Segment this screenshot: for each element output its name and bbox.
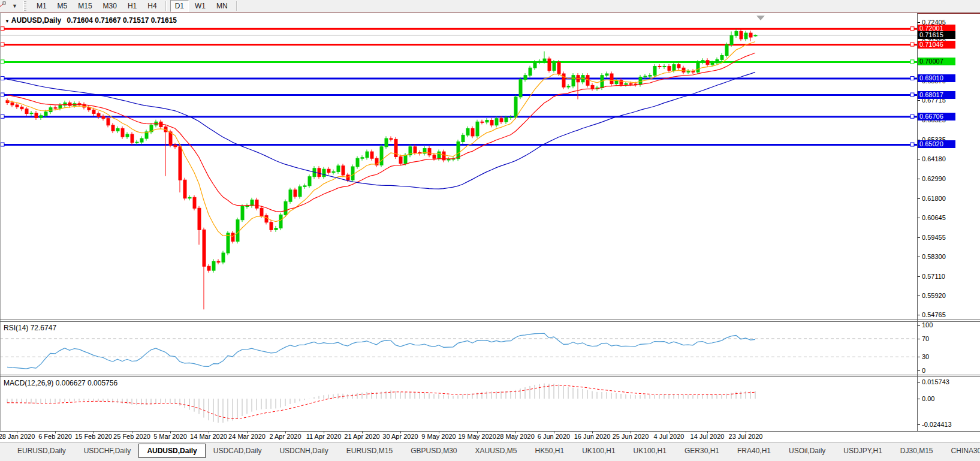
timeframe-button-d1[interactable]: D1 [170,0,189,12]
panel-separator [0,321,980,322]
timeframe-button-m30[interactable]: M30 [98,0,122,12]
tab-uk100-h1[interactable]: UK100,H1 [574,445,623,457]
timeframe-button-w1[interactable]: W1 [190,0,210,12]
price-line-tag[interactable]: 0.70007 [918,58,955,65]
tab-uk100-h1[interactable]: UK100,H1 [626,445,674,457]
hline-left-handle[interactable] [1,115,4,118]
price-line-tag[interactable]: 0.68017 [918,91,955,99]
collapse-icon[interactable]: ▼ [5,19,10,24]
tab-usdcnh-daily[interactable]: USDCNH,Daily [272,445,336,457]
price-axis-tick [918,296,920,296]
tab-audusd-daily[interactable]: AUDUSD,Daily [138,444,205,458]
tab-usdjpy-h1[interactable]: USDJPY,H1 [836,445,889,457]
hline-right-handle[interactable] [910,93,914,97]
tab-china300-h4[interactable]: CHINA300,H4 [943,445,980,457]
chart-tab-bar: EURUSD,DailyUSDCHF,DailyAUDUSD,DailyUSDC… [0,442,980,461]
macd-axis-tick-label: 0.015743 [922,378,949,385]
chart-ohlc-values: 0.71604 0.71667 0.71517 0.71615 [67,16,177,25]
hline-left-handle[interactable] [1,43,4,46]
macd-axis-tick [918,399,920,399]
main-chart-canvas[interactable] [0,13,917,320]
scroll-to-end-marker[interactable] [756,16,765,20]
hline-right-handle[interactable] [910,77,914,80]
price-axis-tick [918,257,920,257]
price-line-tag[interactable]: 0.71046 [918,41,955,49]
timeframe-button-h1[interactable]: H1 [123,0,141,12]
timeframe-button-m1[interactable]: M1 [32,0,52,12]
tab-xauusd-m5[interactable]: XAUUSD,M5 [467,445,524,457]
tab-usdcad-daily[interactable]: USDCAD,Daily [206,445,270,457]
hline-right-handle[interactable] [910,115,914,118]
macd-axis-tick [918,382,920,382]
price-axis-tick-label: 0.59455 [922,234,946,241]
tab-eurusd-m15[interactable]: EURUSD,M15 [339,445,400,457]
rsi-axis-tick [918,370,920,371]
timeframe-toolbar: M1M5M15M30H1H4D1W1MN [31,0,240,13]
rsi-axis-tick-label: 100 [922,321,933,329]
chart-title: ▼ AUDUSD,Daily 0.71604 0.71667 0.71517 0… [5,16,177,25]
timeframe-button-m15[interactable]: M15 [73,0,97,12]
price-axis-tick [918,198,920,199]
rsi-axis-tick-label: 0 [922,367,925,374]
toolbar-separator [165,1,167,11]
hline-right-handle[interactable] [910,60,914,64]
hline-left-handle[interactable] [1,93,4,97]
hline-left-handle[interactable] [1,27,4,31]
macd-signal-line [7,385,755,418]
rsi-axis-tick-label: 30 [922,353,929,360]
price-axis-tick-label: 0.64180 [922,155,946,162]
price-axis-tick [918,315,920,315]
timeframe-button-mn[interactable]: MN [212,0,233,12]
tab-hk50-h1[interactable]: HK50,H1 [527,445,572,457]
ma-fast-line [7,42,755,237]
macd-histogram [7,384,755,423]
hline-right-handle[interactable] [910,43,914,46]
panel-separator [0,376,980,377]
tab-fra40-h1[interactable]: FRA40,H1 [729,445,779,457]
rsi-panel-canvas[interactable] [0,321,917,375]
macd-axis-tick-label: -0.024413 [922,421,952,428]
price-line-tag[interactable]: 0.65020 [918,140,955,148]
chart-tools-icon[interactable] [0,1,11,11]
price-axis-tick [918,159,920,159]
panel-separator [0,375,980,375]
tab-ger30-h1[interactable]: GER30,H1 [677,445,727,457]
hline-right-handle[interactable] [910,27,914,31]
hline-left-handle[interactable] [1,60,4,64]
price-axis-tick [918,100,920,101]
macd-indicator-label: MACD(12,26,9) 0.006627 0.005756 [4,379,117,387]
tab-eurusd-daily[interactable]: EURUSD,Daily [10,445,74,457]
tab-usdchf-daily[interactable]: USDCHF,Daily [76,445,139,457]
rsi-axis-tick-label: 70 [922,335,929,342]
price-axis-tick-label: 0.62990 [922,175,946,182]
rsi-axis-tick [918,325,920,326]
price-axis-tick-label: 0.58300 [922,253,946,260]
price-line-tag[interactable]: 0.69010 [918,74,955,82]
rsi-axis-tick [918,357,920,357]
price-axis-tick-label: 0.54765 [922,311,946,318]
price-axis-tick [918,22,920,23]
timeframe-button-m5[interactable]: M5 [53,0,73,12]
current-price-tag: 0.71615 [918,31,955,39]
tab-gbpusd-m30[interactable]: GBPUSD,M30 [403,445,465,457]
tab-dj30-m15[interactable]: DJ30,M15 [892,445,941,457]
hline-left-handle[interactable] [1,77,4,80]
price-line-tag[interactable]: 0.66706 [918,113,955,120]
price-axis-tick [918,276,920,277]
toolbar-separator [236,1,237,11]
panel-separator [0,431,980,432]
tab-usoil-daily[interactable]: USOil,Daily [781,445,833,457]
price-axis-tick-label: 0.61800 [922,195,946,202]
panel-separator [0,320,980,320]
chart-symbol-period: AUDUSD,Daily [11,16,61,25]
hline-right-handle[interactable] [910,143,914,146]
dropdown-arrow-icon[interactable]: ▼ [12,3,17,9]
macd-panel-canvas[interactable] [0,376,917,431]
date-axis-label: 23 Jul 2020 [718,433,773,440]
timeframe-button-h4[interactable]: H4 [143,0,161,12]
price-axis-tick [918,179,920,179]
hline-left-handle[interactable] [1,143,4,146]
toolbar-grip-handle[interactable] [23,1,26,11]
price-axis-tick [918,218,920,218]
price-axis-tick-label: 0.60645 [922,214,946,221]
